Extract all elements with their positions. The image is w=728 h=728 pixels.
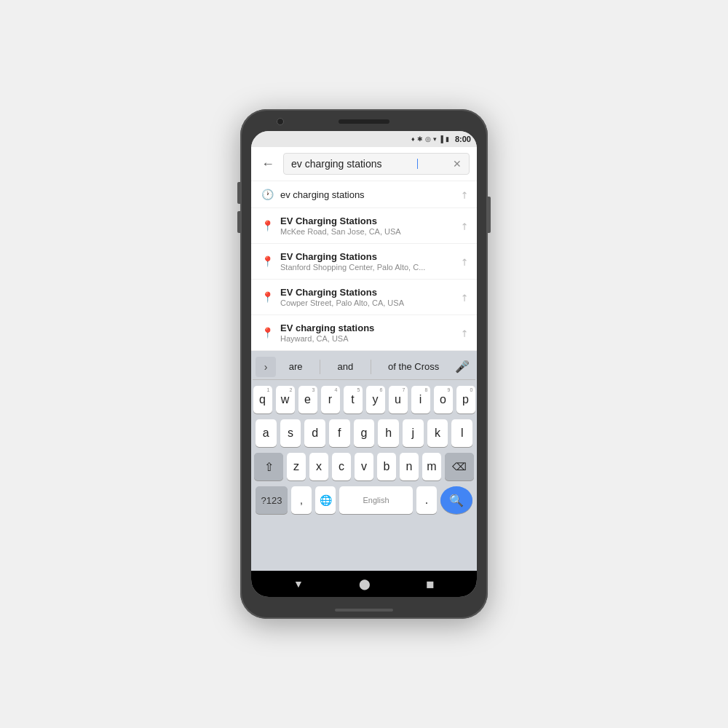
suggestion-content: ev charging stations bbox=[274, 189, 460, 200]
key-x[interactable]: x bbox=[309, 453, 328, 480]
bluetooth-icon: ✱ bbox=[417, 135, 423, 143]
suggestion-content: EV Charging Stations Cowper Street, Palo… bbox=[274, 287, 460, 307]
key-u[interactable]: 7u bbox=[389, 386, 408, 414]
globe-key[interactable]: 🌐 bbox=[315, 486, 336, 514]
clear-search-button[interactable]: ✕ bbox=[453, 158, 462, 170]
screen-content: ♦ ✱ ◎ ▾ ▐ ▮ 8:00 ← ev charging stations … bbox=[251, 131, 477, 597]
key-z[interactable]: z bbox=[287, 453, 306, 480]
keyboard-row-bottom: ?123 , 🌐 English . 🔍 bbox=[256, 486, 472, 514]
suggestion-item[interactable]: 📍 EV Charging Stations Stanford Shopping… bbox=[251, 244, 477, 280]
suggestions-list: 🕐 ev charging stations ↗ 📍 EV Charging S… bbox=[251, 181, 477, 351]
pin-icon: 📍 bbox=[260, 327, 274, 339]
comma-key[interactable]: , bbox=[291, 486, 312, 514]
numbers-key[interactable]: ?123 bbox=[256, 486, 288, 514]
key-n[interactable]: n bbox=[400, 453, 419, 480]
nav-recents-button[interactable]: ◼ bbox=[420, 575, 440, 593]
key-k[interactable]: k bbox=[427, 419, 448, 447]
phone-frame: ♦ ✱ ◎ ▾ ▐ ▮ 8:00 ← ev charging stations … bbox=[240, 109, 488, 619]
wifi-icon: ▾ bbox=[433, 135, 437, 143]
pin-icon: 📍 bbox=[260, 220, 274, 232]
suggestion-title: EV Charging Stations bbox=[280, 251, 454, 262]
key-rows: 1q 2w 3e 4r 5t 6y 7u 8i 9o 0p a s bbox=[253, 380, 475, 569]
key-s[interactable]: s bbox=[280, 419, 301, 447]
word-suggestion-cross[interactable]: of the Cross bbox=[382, 358, 445, 375]
suggestion-title: EV charging stations bbox=[280, 323, 454, 333]
search-input-box[interactable]: ev charging stations ✕ bbox=[283, 153, 470, 175]
phone-speaker bbox=[339, 119, 389, 124]
suggestion-title: ev charging stations bbox=[280, 189, 454, 200]
signal-icon: ▐ bbox=[439, 135, 443, 143]
text-cursor bbox=[417, 159, 418, 169]
bottom-bar bbox=[335, 609, 393, 612]
microphone-button[interactable]: 🎤 bbox=[452, 357, 472, 377]
word-suggestion-items: are and of the Cross bbox=[277, 358, 451, 375]
suggestion-item[interactable]: 🕐 ev charging stations ↗ bbox=[251, 181, 477, 208]
key-a[interactable]: a bbox=[256, 419, 277, 447]
search-bar: ← ev charging stations ✕ bbox=[251, 147, 477, 181]
volume-up-button[interactable] bbox=[237, 182, 240, 204]
keyboard-row-2: a s d f g h j k l bbox=[256, 419, 472, 447]
key-w[interactable]: 2w bbox=[276, 386, 295, 414]
location-icon: ♦ bbox=[411, 135, 415, 143]
suggestion-item[interactable]: 📍 EV charging stations Hayward, CA, USA … bbox=[251, 315, 477, 350]
key-b[interactable]: b bbox=[377, 453, 396, 480]
nav-home-button[interactable]: ⬤ bbox=[353, 575, 376, 593]
divider bbox=[320, 360, 320, 374]
nav-back-button[interactable]: ▼ bbox=[288, 575, 309, 593]
word-suggestions-bar: › are and of the Cross 🎤 bbox=[253, 354, 475, 380]
spacebar[interactable]: English bbox=[339, 486, 413, 514]
suggestion-title: EV Charging Stations bbox=[280, 287, 454, 298]
phone-screen: ♦ ✱ ◎ ▾ ▐ ▮ 8:00 ← ev charging stations … bbox=[251, 131, 477, 597]
backspace-key[interactable]: ⌫ bbox=[445, 453, 474, 480]
power-button[interactable] bbox=[488, 197, 491, 233]
suggestion-title: EV Charging Stations bbox=[280, 215, 454, 226]
key-d[interactable]: d bbox=[304, 419, 325, 447]
suggestion-subtitle: Cowper Street, Palo Alto, CA, USA bbox=[280, 298, 454, 307]
key-h[interactable]: h bbox=[378, 419, 399, 447]
back-button[interactable]: ← bbox=[258, 155, 277, 173]
key-p[interactable]: 0p bbox=[456, 386, 475, 414]
clock-icon: 🕐 bbox=[260, 189, 274, 200]
suggestion-content: EV Charging Stations Stanford Shopping C… bbox=[274, 251, 460, 272]
keyboard-area: › are and of the Cross 🎤 1q 2w bbox=[251, 351, 477, 571]
key-y[interactable]: 6y bbox=[366, 386, 385, 414]
volume-down-button[interactable] bbox=[237, 211, 240, 233]
keyboard-row-3: ⇧ z x c v b n m ⌫ bbox=[256, 453, 472, 480]
word-suggestion-are[interactable]: are bbox=[283, 358, 309, 375]
shift-key[interactable]: ⇧ bbox=[254, 453, 283, 480]
phone-camera bbox=[277, 118, 284, 125]
divider bbox=[371, 360, 371, 374]
circle-icon: ◎ bbox=[425, 135, 431, 143]
suggestion-subtitle: Stanford Shopping Center, Palo Alto, C..… bbox=[280, 263, 454, 272]
word-suggestion-and[interactable]: and bbox=[331, 358, 359, 375]
suggestion-content: EV Charging Stations McKee Road, San Jos… bbox=[274, 215, 460, 236]
suggestion-content: EV charging stations Hayward, CA, USA bbox=[274, 323, 460, 343]
key-i[interactable]: 8i bbox=[411, 386, 430, 414]
key-e[interactable]: 3e bbox=[298, 386, 317, 414]
key-t[interactable]: 5t bbox=[344, 386, 363, 414]
key-j[interactable]: j bbox=[403, 419, 424, 447]
suggestion-subtitle: McKee Road, San Jose, CA, USA bbox=[280, 227, 454, 236]
suggestion-item[interactable]: 📍 EV Charging Stations Cowper Street, Pa… bbox=[251, 280, 477, 315]
key-c[interactable]: c bbox=[332, 453, 351, 480]
search-key[interactable]: 🔍 bbox=[440, 486, 472, 514]
suggestion-item[interactable]: 📍 EV Charging Stations McKee Road, San J… bbox=[251, 208, 477, 244]
status-time: 8:00 bbox=[455, 135, 471, 143]
key-r[interactable]: 4r bbox=[321, 386, 340, 414]
key-g[interactable]: g bbox=[354, 419, 375, 447]
key-l[interactable]: l bbox=[451, 419, 472, 447]
key-f[interactable]: f bbox=[329, 419, 350, 447]
keyboard-row-1: 1q 2w 3e 4r 5t 6y 7u 8i 9o 0p bbox=[256, 386, 472, 414]
navigation-bar: ▼ ⬤ ◼ bbox=[251, 571, 477, 597]
key-m[interactable]: m bbox=[422, 453, 441, 480]
key-o[interactable]: 9o bbox=[434, 386, 453, 414]
pin-icon: 📍 bbox=[260, 291, 274, 303]
suggestion-subtitle: Hayward, CA, USA bbox=[280, 334, 454, 343]
expand-suggestions-button[interactable]: › bbox=[256, 357, 276, 377]
key-v[interactable]: v bbox=[355, 453, 373, 480]
status-bar: ♦ ✱ ◎ ▾ ▐ ▮ 8:00 bbox=[251, 131, 477, 147]
status-icons: ♦ ✱ ◎ ▾ ▐ ▮ bbox=[411, 135, 449, 143]
period-key[interactable]: . bbox=[416, 486, 437, 514]
battery-icon: ▮ bbox=[446, 135, 449, 143]
key-q[interactable]: 1q bbox=[253, 386, 272, 414]
